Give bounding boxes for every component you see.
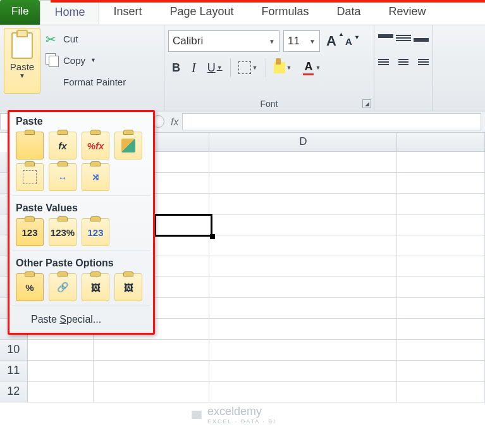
font-name-combo[interactable]: Calibri▼: [168, 30, 279, 52]
paste-formulas-icon[interactable]: fx: [49, 132, 77, 159]
row-header-11[interactable]: 11: [0, 361, 28, 381]
paste-button[interactable]: Paste ▼: [4, 28, 40, 94]
align-center-button[interactable]: [396, 56, 411, 68]
watermark: exceldemy EXCEL · DATA · BI: [190, 405, 276, 425]
paste-keep-source-icon[interactable]: [114, 132, 142, 159]
paste-picture-icon[interactable]: 🖼: [82, 273, 109, 301]
paste-values-source-icon[interactable]: 123: [82, 218, 109, 246]
tab-file[interactable]: File: [0, 0, 40, 25]
paste-all-icon[interactable]: [16, 132, 44, 159]
paste-formulas-numfmt-icon[interactable]: %fx: [82, 132, 109, 159]
italic-button[interactable]: I: [188, 58, 200, 78]
tab-insert[interactable]: Insert: [99, 0, 156, 25]
tab-data[interactable]: Data: [323, 0, 375, 25]
row-header-10[interactable]: 10: [0, 340, 28, 360]
ribbon-tabs: File Home Insert Page Layout Formulas Da…: [0, 0, 485, 25]
cut-label: Cut: [63, 34, 78, 44]
bold-button[interactable]: B: [168, 59, 184, 77]
paste-values-numfmt-icon[interactable]: 123%: [49, 218, 77, 246]
paste-formatting-icon[interactable]: %: [16, 273, 44, 301]
borders-button[interactable]: ▼: [235, 59, 262, 77]
row-header-12[interactable]: 12: [0, 382, 28, 402]
font-name-value: Calibri: [173, 35, 203, 47]
border-icon: [238, 61, 251, 74]
align-right-button[interactable]: [414, 56, 429, 68]
other-paste-section-header: Other Paste Options: [9, 254, 153, 271]
format-painter-button[interactable]: Format Painter: [43, 72, 128, 91]
clipboard-icon: [11, 32, 33, 59]
align-middle-button[interactable]: [396, 32, 411, 44]
brush-icon: [121, 139, 135, 152]
fill-icon: [274, 62, 285, 73]
tab-formulas[interactable]: Formulas: [248, 0, 323, 25]
col-header-e[interactable]: [397, 133, 485, 151]
fill-handle[interactable]: [210, 234, 215, 239]
group-font-label: Font: [164, 97, 374, 111]
paste-col-widths-icon[interactable]: ↔: [49, 163, 77, 191]
group-alignment: [374, 25, 433, 111]
copy-label: Copy: [63, 55, 85, 66]
align-bottom-button[interactable]: [414, 32, 429, 44]
group-font: Calibri▼ 11▼ A▴ A▾ B I U▼ ▼ ▼ A▼ Font ◢: [164, 25, 374, 111]
align-top-button[interactable]: [378, 32, 393, 44]
underline-button[interactable]: U▼: [204, 59, 226, 77]
font-color-icon: A: [303, 60, 314, 75]
chevron-down-icon[interactable]: ▼: [90, 57, 96, 63]
col-header-d[interactable]: D: [209, 133, 397, 151]
copy-button[interactable]: Copy ▼: [43, 51, 128, 70]
paste-link-icon[interactable]: 🔗: [49, 273, 77, 301]
watermark-name: exceldemy: [207, 405, 262, 418]
font-size-combo[interactable]: 11▼: [283, 30, 320, 52]
paste-dropdown-panel: Paste fx %fx ↔ ⤭ Paste Values 123 123% 1…: [8, 110, 155, 335]
font-size-value: 11: [288, 35, 300, 47]
align-left-button[interactable]: [378, 56, 393, 68]
watermark-icon: [190, 408, 204, 422]
watermark-tag: EXCEL · DATA · BI: [207, 418, 276, 425]
chevron-down-icon[interactable]: ▼: [265, 38, 275, 45]
ribbon: Paste ▼ ✂ Cut Copy ▼ Format Painter: [0, 25, 485, 111]
paste-label: Paste: [10, 61, 34, 72]
format-painter-label: Format Painter: [63, 77, 126, 87]
tab-page-layout[interactable]: Page Layout: [156, 0, 247, 25]
chevron-down-icon[interactable]: ▼: [19, 72, 25, 79]
fx-icon[interactable]: fx: [171, 116, 178, 128]
font-color-button[interactable]: A▼: [299, 58, 324, 78]
scissors-icon: ✂: [46, 32, 59, 46]
tab-home[interactable]: Home: [40, 0, 99, 25]
tab-review[interactable]: Review: [375, 0, 440, 25]
formula-bar[interactable]: [182, 113, 481, 130]
chevron-down-icon[interactable]: ▼: [305, 38, 316, 45]
shrink-font-button[interactable]: A▾: [343, 35, 355, 48]
active-cell[interactable]: [154, 214, 212, 237]
paste-values-section-header: Paste Values: [9, 199, 153, 216]
grow-font-button[interactable]: A▴: [324, 32, 339, 51]
cut-button[interactable]: ✂ Cut: [43, 29, 128, 48]
paste-special-item[interactable]: Paste Special...: [9, 309, 153, 330]
paste-linked-picture-icon[interactable]: 🖼: [114, 273, 142, 301]
group-clipboard: Paste ▼ ✂ Cut Copy ▼ Format Painter: [0, 25, 164, 111]
dialog-launcher-font[interactable]: ◢: [362, 99, 371, 108]
fill-color-button[interactable]: ▼: [270, 59, 296, 76]
paste-no-borders-icon[interactable]: [16, 163, 44, 191]
paste-values-icon[interactable]: 123: [16, 218, 44, 246]
paste-transpose-icon[interactable]: ⤭: [82, 163, 109, 191]
paste-section-header: Paste: [9, 112, 153, 130]
